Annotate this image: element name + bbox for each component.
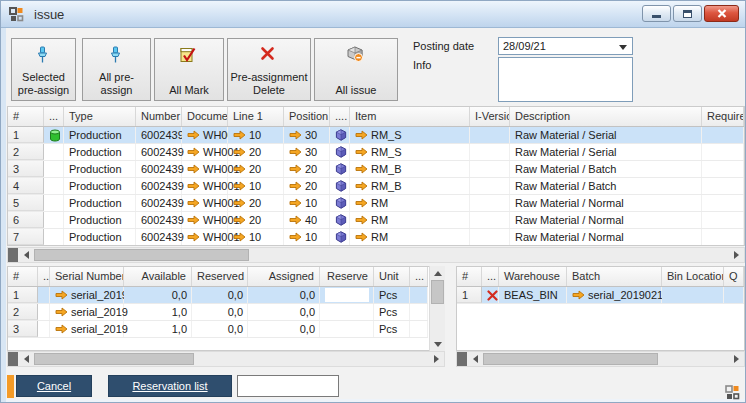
selected-pre-assign-button[interactable]: Selected pre-assign bbox=[11, 38, 76, 101]
scrollbar-thumb[interactable] bbox=[34, 249, 249, 261]
column-header[interactable]: Serial Number bbox=[50, 267, 124, 286]
scroll-left-button[interactable] bbox=[18, 248, 34, 262]
column-header[interactable]: ... bbox=[44, 107, 64, 126]
scrollbar-thumb[interactable] bbox=[431, 280, 444, 304]
column-header[interactable]: Number bbox=[136, 107, 182, 126]
maximize-button[interactable] bbox=[673, 5, 702, 22]
column-header[interactable]: Q bbox=[724, 267, 744, 286]
cell-type: Production bbox=[64, 178, 136, 194]
column-header[interactable]: I-Version bbox=[470, 107, 510, 126]
column-header[interactable]: Bin Location bbox=[662, 267, 724, 286]
scrollbar-track[interactable] bbox=[34, 352, 428, 366]
column-header[interactable]: .... bbox=[330, 107, 350, 126]
column-header[interactable]: ... bbox=[482, 267, 499, 286]
scroll-left-button[interactable] bbox=[18, 352, 34, 366]
warehouse-table-row[interactable]: 1BEAS_BINserial_20190212_12505 bbox=[457, 287, 744, 304]
app-logo-icon bbox=[9, 7, 24, 22]
minimize-button[interactable] bbox=[642, 5, 671, 22]
cancel-button[interactable]: Cancel bbox=[16, 375, 92, 397]
column-header[interactable]: # bbox=[8, 267, 38, 286]
cell-icon bbox=[482, 287, 499, 303]
cell-type: Production bbox=[64, 212, 136, 228]
serial-table-row[interactable]: 2serial_20191,00,00,0Pcs bbox=[8, 304, 428, 321]
arrow-right-icon bbox=[187, 198, 200, 208]
column-header[interactable]: Reserve bbox=[320, 267, 374, 286]
scrollbar-corner-button[interactable] bbox=[8, 248, 18, 262]
column-header[interactable]: # bbox=[8, 107, 44, 126]
cell-num: 3 bbox=[8, 161, 44, 177]
column-header[interactable]: Position bbox=[284, 107, 330, 126]
red-x-icon bbox=[487, 290, 498, 301]
cell-requirement bbox=[702, 161, 744, 177]
column-header[interactable]: Description bbox=[510, 107, 702, 126]
cell-reserve bbox=[320, 304, 374, 320]
main-table-row[interactable]: 1Production6002439WH0011030RM_SRaw Mater… bbox=[8, 127, 744, 144]
scroll-right-button[interactable] bbox=[728, 248, 744, 262]
scroll-left-button[interactable] bbox=[467, 352, 483, 366]
column-header[interactable]: ... bbox=[410, 267, 428, 286]
main-table-row[interactable]: 6Production6002439WH0012040RMRaw Materia… bbox=[8, 212, 744, 229]
cell-icon bbox=[44, 212, 64, 228]
cell-item: RM_B bbox=[350, 161, 470, 177]
column-header[interactable]: Unit bbox=[374, 267, 410, 286]
cell-num: 4 bbox=[8, 178, 44, 194]
scrollbar-thumb[interactable] bbox=[483, 353, 658, 365]
cell-serial: serial_2019 bbox=[50, 321, 124, 337]
scrollbar-thumb[interactable] bbox=[34, 353, 194, 365]
cell-reserved: 0,0 bbox=[192, 287, 248, 303]
cell-document: WH001 bbox=[182, 127, 228, 143]
scrollbar-track[interactable] bbox=[430, 280, 445, 337]
column-header[interactable]: Document bbox=[182, 107, 228, 126]
column-header[interactable]: Batch bbox=[567, 267, 662, 286]
reservation-list-button[interactable]: Reservation list bbox=[108, 375, 232, 397]
cell-number: 6002439 bbox=[136, 229, 182, 245]
arrow-right-icon bbox=[233, 232, 246, 242]
main-table-row[interactable]: 3Production6002439WH0012020RM_BRaw Mater… bbox=[8, 161, 744, 178]
main-table-row[interactable]: 2Production6002439WH0012030RM_SRaw Mater… bbox=[8, 144, 744, 161]
serial-table-row[interactable]: 1serial_20190,00,00,0Pcs bbox=[8, 287, 428, 304]
scroll-right-button[interactable] bbox=[728, 352, 744, 366]
cell-icon bbox=[44, 195, 64, 211]
scrollbar-track[interactable] bbox=[34, 248, 728, 262]
column-header[interactable]: Item bbox=[350, 107, 470, 126]
main-table-row[interactable]: 4Production6002439WH0011020RM_BRaw Mater… bbox=[8, 178, 744, 195]
reserve-input[interactable] bbox=[325, 288, 369, 302]
scroll-up-button[interactable] bbox=[430, 266, 445, 280]
scroll-right-button[interactable] bbox=[428, 352, 444, 366]
cell-num: 2 bbox=[8, 144, 44, 160]
arrow-right-icon bbox=[55, 307, 68, 317]
posting-date-select[interactable]: 28/09/21 bbox=[498, 37, 633, 55]
serial-table-row[interactable]: 3serial_20191,00,00,0Pcs bbox=[8, 321, 428, 338]
arrow-right-icon bbox=[355, 198, 368, 208]
arrow-right-icon bbox=[289, 215, 302, 225]
scroll-down-button[interactable] bbox=[430, 337, 445, 351]
cell-icon bbox=[38, 287, 50, 303]
all-mark-button[interactable]: All Mark bbox=[154, 38, 224, 101]
pre-assignment-delete-button[interactable]: Pre-assignment Delete bbox=[227, 38, 311, 101]
scrollbar-corner-button[interactable] bbox=[8, 352, 18, 366]
footer-input[interactable] bbox=[237, 375, 339, 397]
scrollbar-track[interactable] bbox=[483, 352, 728, 366]
column-header[interactable]: Reserved bbox=[192, 267, 248, 286]
cell-number: 6002439 bbox=[136, 212, 182, 228]
column-header[interactable]: Warehouse bbox=[499, 267, 567, 286]
issue-dialog: issue Selected pre-assign All pre-assign… bbox=[0, 0, 746, 403]
column-header[interactable]: Requirement bbox=[702, 107, 744, 126]
scrollbar-corner-button[interactable] bbox=[457, 352, 467, 366]
column-header[interactable]: ... bbox=[38, 267, 50, 286]
footer-accent-strip bbox=[7, 375, 14, 398]
main-table-row[interactable]: 7Production6002439WH0011010RMRaw Materia… bbox=[8, 229, 744, 246]
column-header[interactable]: Type bbox=[64, 107, 136, 126]
column-header[interactable]: Available bbox=[124, 267, 192, 286]
main-table-row[interactable]: 5Production6002439WH0012010RMRaw Materia… bbox=[8, 195, 744, 212]
info-textarea[interactable] bbox=[498, 57, 633, 102]
pushpin-icon bbox=[35, 46, 50, 64]
all-issue-button[interactable]: All issue bbox=[314, 38, 398, 101]
close-button[interactable] bbox=[704, 5, 739, 22]
arrow-right-glyph-icon bbox=[734, 355, 739, 363]
column-header[interactable]: Line 1 bbox=[228, 107, 284, 126]
column-header[interactable]: # bbox=[457, 267, 482, 286]
cell-position: 20 bbox=[284, 178, 330, 194]
all-pre-assign-button[interactable]: All pre-assign bbox=[82, 38, 151, 101]
column-header[interactable]: Assigned bbox=[248, 267, 320, 286]
